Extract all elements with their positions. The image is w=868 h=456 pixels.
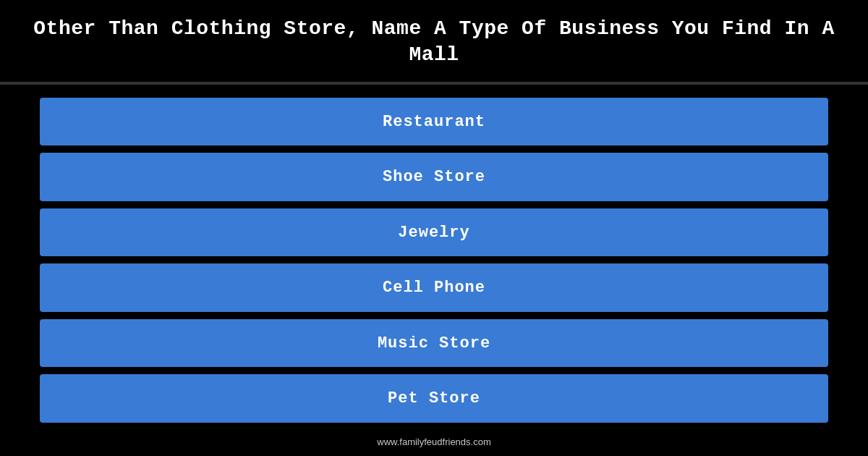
answer-text-5: Pet Store xyxy=(388,389,480,408)
answer-text-0: Restaurant xyxy=(383,113,485,131)
footer-url: www.familyfeudfriends.com xyxy=(377,436,491,447)
question-title: Other Than Clothing Store, Name A Type O… xyxy=(29,16,839,69)
header: Other Than Clothing Store, Name A Type O… xyxy=(0,0,868,82)
answers-container: RestaurantShoe StoreJewelryCell PhoneMus… xyxy=(0,85,868,430)
answer-text-2: Jewelry xyxy=(398,224,469,242)
answer-row[interactable]: Shoe Store xyxy=(40,153,828,201)
answer-text-4: Music Store xyxy=(378,334,490,352)
answer-row[interactable]: Cell Phone xyxy=(40,263,828,312)
answer-row[interactable]: Jewelry xyxy=(40,208,828,257)
answer-text-1: Shoe Store xyxy=(383,168,485,186)
footer: www.familyfeudfriends.com xyxy=(0,430,868,456)
answer-row[interactable]: Music Store xyxy=(40,319,828,368)
answer-row[interactable]: Pet Store xyxy=(40,374,828,423)
answer-text-3: Cell Phone xyxy=(383,279,485,297)
answer-row[interactable]: Restaurant xyxy=(40,98,828,146)
